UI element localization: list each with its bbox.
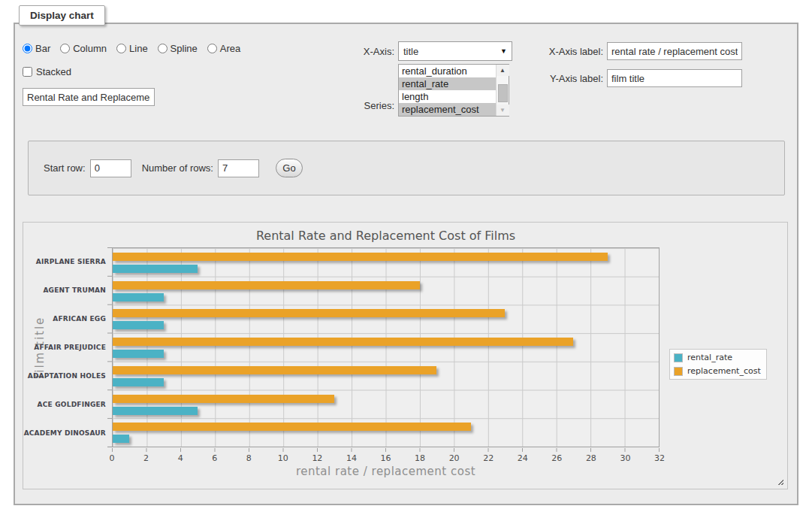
x-tick-label: 22 — [483, 453, 494, 463]
x-tick-label: 30 — [620, 453, 630, 463]
x-tick-label: 8 — [246, 453, 252, 463]
chart-type-option-line[interactable]: Line — [116, 43, 148, 54]
fieldset-legend-text: Display chart — [30, 10, 94, 21]
series-option-replacement_cost[interactable]: replacement_cost — [399, 103, 496, 116]
y-axis-label-input[interactable] — [607, 69, 742, 87]
plot-row — [113, 304, 659, 333]
chart-type-option-area[interactable]: Area — [207, 43, 240, 54]
x-tick-label: 18 — [415, 453, 425, 463]
scroll-up-icon[interactable]: ▲ — [497, 65, 509, 76]
chart-type-radio-group: BarColumnLineSplineArea — [23, 43, 247, 54]
plot-row — [113, 277, 659, 305]
chart-type-option-spline[interactable]: Spline — [158, 43, 198, 54]
start-row-input[interactable] — [90, 159, 131, 177]
series-field-label: Series: — [319, 100, 394, 111]
legend-entry-replacement_cost: replacement_cost — [674, 366, 761, 376]
bar-rental_rate — [113, 321, 164, 329]
x-tick-label: 20 — [449, 453, 460, 463]
number-of-rows-input[interactable] — [218, 159, 259, 177]
fieldset-legend: Display chart — [19, 5, 105, 26]
legend-entry-rental_rate: rental_rate — [674, 353, 761, 362]
plot-row — [113, 390, 659, 419]
series-listbox[interactable]: rental_durationrental_ratelengthreplacem… — [398, 64, 509, 117]
bar-replacement_cost — [113, 366, 436, 374]
x-tick-label: 26 — [551, 453, 562, 463]
legend-swatch-icon — [674, 353, 683, 362]
bar-replacement_cost — [113, 423, 471, 431]
stacked-checkbox[interactable] — [23, 67, 32, 77]
chart-type-label: Bar — [35, 43, 50, 54]
plot-row — [113, 333, 659, 362]
series-scrollbar[interactable]: ▲ ▼ — [496, 65, 509, 116]
number-of-rows-label: Number of rows: — [142, 162, 213, 174]
chart-type-radio-spline[interactable] — [158, 44, 168, 53]
chart-type-option-column[interactable]: Column — [60, 43, 107, 54]
x-axis-select-value: title — [403, 46, 500, 57]
x-tick-label: 24 — [518, 453, 528, 463]
stacked-label: Stacked — [36, 66, 71, 77]
bar-rental_rate — [113, 293, 164, 301]
chart-type-label: Line — [129, 43, 148, 54]
chart-type-option-bar[interactable]: Bar — [23, 43, 50, 54]
x-tick-label: 2 — [143, 453, 149, 463]
dropdown-arrow-icon: ▼ — [500, 47, 507, 55]
bar-replacement_cost — [113, 253, 608, 261]
plot-area — [112, 247, 660, 447]
chart-type-radio-area[interactable] — [207, 44, 217, 53]
x-tick-label: 32 — [654, 453, 665, 463]
x-tick-label: 12 — [312, 453, 322, 463]
start-row-label: Start row: — [44, 162, 86, 174]
chart-type-radio-bar[interactable] — [23, 44, 32, 53]
x-axis-label-input[interactable] — [607, 42, 742, 60]
x-axis-select[interactable]: title ▼ — [398, 41, 512, 61]
bar-replacement_cost — [113, 338, 573, 346]
x-tick-label: 16 — [381, 453, 391, 463]
chart-title-input[interactable] — [23, 88, 155, 106]
y-axis-label-field-label: Y-Axis label: — [518, 73, 603, 84]
go-button[interactable]: Go — [276, 159, 303, 177]
category-label: ACADEMY DINOSAUR — [29, 419, 106, 447]
plot-row — [113, 362, 659, 390]
bar-rental_rate — [113, 407, 198, 415]
chart-legend: rental_ratereplacement_cost — [669, 349, 767, 380]
bar-rental_rate — [113, 265, 198, 273]
scrollbar-track[interactable] — [497, 76, 509, 105]
chart-type-label: Column — [73, 43, 107, 54]
stacked-checkbox-row[interactable]: Stacked — [23, 66, 71, 77]
plot-row — [113, 248, 659, 277]
resize-handle-icon[interactable] — [776, 477, 783, 485]
x-tick-label: 14 — [346, 453, 357, 463]
category-label: AFRICAN EGG — [29, 304, 106, 333]
bar-rental_rate — [113, 350, 164, 358]
x-axis-field-label: X-Axis: — [319, 46, 394, 57]
category-label: AFFAIR PREJUDICE — [29, 333, 106, 362]
chart-type-radio-line[interactable] — [116, 44, 126, 53]
x-tick-label: 10 — [278, 453, 288, 463]
bar-replacement_cost — [113, 281, 420, 289]
x-tick-label: 4 — [178, 453, 183, 463]
plot-row — [113, 418, 659, 447]
legend-label: replacement_cost — [687, 366, 761, 376]
row-controls-panel: Start row: Number of rows: Go — [28, 141, 785, 195]
x-axis-tick-labels: 02468101214161820222426283032 — [112, 453, 660, 463]
category-label: ADAPTATION HOLES — [29, 362, 106, 390]
chart-type-radio-column[interactable] — [60, 44, 70, 53]
x-tick-label: 6 — [212, 453, 217, 463]
x-tick-label: 0 — [110, 453, 115, 463]
x-axis-title: rental rate / replacement cost — [112, 465, 660, 478]
page: Display chart BarColumnLineSplineArea St… — [0, 0, 812, 512]
series-option-rental_rate[interactable]: rental_rate — [399, 77, 496, 90]
scroll-down-icon[interactable]: ▼ — [497, 105, 509, 116]
x-axis-ticks — [112, 448, 660, 452]
x-axis-label-field-label: X-Axis label: — [518, 46, 603, 57]
series-option-rental_duration[interactable]: rental_duration — [399, 65, 496, 77]
series-option-length[interactable]: length — [399, 90, 496, 103]
x-tick-label: 28 — [586, 453, 596, 463]
category-label: AIRPLANE SIERRA — [29, 247, 106, 276]
series-options: rental_durationrental_ratelengthreplacem… — [399, 65, 496, 116]
legend-swatch-icon — [674, 367, 683, 376]
scrollbar-thumb[interactable] — [498, 84, 508, 102]
chart-type-label: Area — [220, 43, 240, 54]
bar-rental_rate — [113, 378, 164, 386]
bar-replacement_cost — [113, 309, 505, 317]
